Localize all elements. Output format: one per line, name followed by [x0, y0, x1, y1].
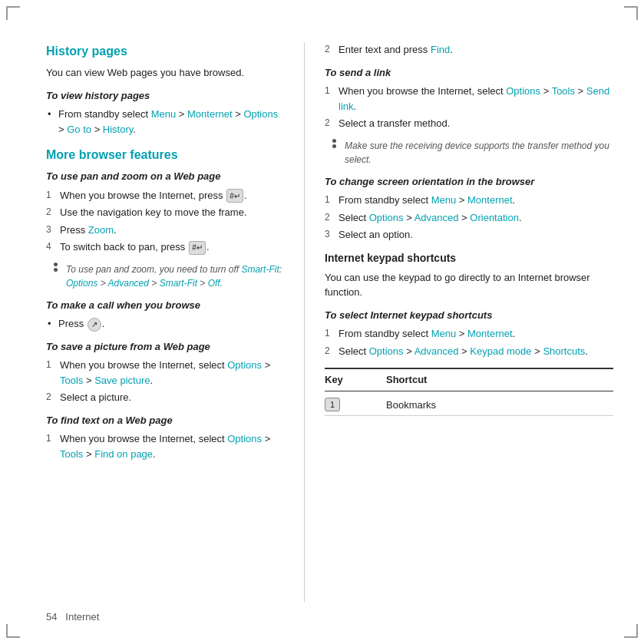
- history-pages-intro: You can view Web pages you have browsed.: [46, 65, 284, 81]
- options-r2: Options: [369, 212, 404, 223]
- list-item-text: Select a transfer method.: [339, 116, 450, 131]
- hash-key-icon: #↵: [226, 189, 243, 203]
- list-item-text: Select an option.: [339, 227, 413, 243]
- page-content: History pages You can view Web pages you…: [46, 42, 613, 602]
- left-column: History pages You can view Web pages you…: [46, 42, 284, 602]
- corner-tl: [6, 6, 20, 20]
- save-picture-link: Save picture: [94, 375, 150, 386]
- menu-r1: Menu: [431, 194, 457, 206]
- note-dot2: [54, 268, 58, 272]
- tools-link2: Tools: [60, 448, 83, 460]
- table-row: 1 Bookmarks: [325, 395, 613, 417]
- list-item: 1 When you browse the Internet, press #↵…: [46, 188, 284, 203]
- find-on-page-link: Find on page: [94, 448, 153, 460]
- right-column: 2 Enter text and press Find. To send a l…: [325, 42, 613, 602]
- list-item: 1 When you browse the Internet, select O…: [46, 358, 284, 388]
- num: 2: [325, 344, 334, 359]
- history-link: History: [103, 124, 133, 135]
- list-item-text: When you browse the Internet, select Opt…: [339, 84, 613, 114]
- num: 1: [325, 326, 334, 342]
- table-col-shortcut-header: Shortcut: [386, 372, 613, 388]
- list-item-text: Select Options > Advanced > Keypad mode …: [339, 344, 588, 359]
- table-header-row: Key Shortcut: [325, 368, 613, 391]
- advanced-r1: Advanced: [414, 212, 459, 223]
- find-text-list: 1 When you browse the Internet, select O…: [46, 431, 284, 461]
- find-text-heading: To find text on a Web page: [46, 413, 284, 428]
- note-dot: [54, 263, 58, 266]
- table-shortcut-cell: Bookmarks: [386, 398, 613, 413]
- send-link-list: 1 When you browse the Internet, select O…: [325, 84, 613, 131]
- list-item: 3 Press Zoom.: [46, 223, 284, 238]
- shortcuts-link: Shortcuts: [543, 345, 585, 357]
- options-link2: Options: [66, 278, 97, 289]
- num: 1: [46, 188, 55, 203]
- list-item: 1 When you browse the Internet, select O…: [46, 431, 284, 461]
- list-item-text: Select Options > Advanced > Orientation.: [339, 210, 522, 226]
- make-call-heading: To make a call when you browse: [46, 298, 284, 313]
- keypad-shortcuts-intro: You can use the keypad to go directly to…: [325, 270, 613, 300]
- list-item: Press ↗.: [46, 316, 284, 332]
- list-item: 4 To switch back to pan, press #↵.: [46, 239, 284, 255]
- more-browser-features-section: More browser features To use pan and zoo…: [46, 146, 284, 461]
- list-item-text: Enter text and press Find.: [339, 42, 453, 58]
- send-link-note: Make sure the receiving device supports …: [325, 139, 613, 167]
- smartfit-link2: Smart-Fit: [160, 278, 197, 289]
- num: 3: [46, 223, 55, 238]
- options-link: Options: [243, 108, 278, 120]
- keypad-shortcuts-title: Internet keypad shortcuts: [325, 250, 613, 266]
- menu-r2: Menu: [431, 328, 457, 339]
- advanced-link1: Advanced: [108, 278, 149, 289]
- options-link4: Options: [227, 433, 262, 444]
- list-item-text: When you browse the Internet, press #↵.: [60, 188, 247, 203]
- orientation-link: Orientation: [470, 212, 519, 223]
- orientation-list: 1 From standby select Menu > Monternet. …: [325, 193, 613, 243]
- hash-key-icon2: #↵: [189, 241, 206, 255]
- num: 1: [46, 358, 55, 388]
- history-pages-section: History pages You can view Web pages you…: [46, 42, 284, 137]
- list-item: From standby select Menu > Monternet > O…: [46, 107, 284, 137]
- footer-section: Internet: [65, 611, 99, 623]
- view-history-heading: To view history pages: [46, 88, 284, 104]
- options-link3: Options: [227, 359, 262, 371]
- list-item: 2 Select a transfer method.: [325, 116, 613, 131]
- list-item-text: Select a picture.: [60, 390, 131, 405]
- note-icon: [49, 263, 61, 290]
- num: 1: [325, 84, 334, 114]
- find-text-continued: 2 Enter text and press Find.: [325, 42, 613, 58]
- phone-icon: ↗: [88, 318, 101, 332]
- corner-tr: [624, 6, 638, 20]
- smartfit-link: Smart-Fit: [241, 264, 279, 275]
- corner-bl: [6, 624, 20, 638]
- num: 2: [46, 205, 55, 220]
- pan-zoom-note: To use pan and zoom, you need to turn of…: [46, 263, 284, 290]
- list-item-text: To switch back to pan, press #↵.: [60, 239, 210, 255]
- tools-r1: Tools: [552, 85, 575, 97]
- num: 1: [325, 193, 334, 208]
- select-shortcuts-list: 1 From standby select Menu > Monternet. …: [325, 326, 613, 358]
- send-link-heading: To send a link: [325, 65, 613, 81]
- table-col-key-header: Key: [325, 372, 386, 388]
- corner-br: [624, 624, 638, 638]
- column-divider: [304, 42, 305, 602]
- list-item-text: When you browse the Internet, select Opt…: [60, 431, 284, 461]
- select-shortcuts-heading: To select Internet keypad shortcuts: [325, 308, 613, 323]
- monternet-r1: Monternet: [467, 194, 513, 206]
- list-item: 3 Select an option.: [325, 227, 613, 243]
- list-item-text: From standby select Menu > Monternet.: [339, 326, 515, 342]
- list-item: 2 Select Options > Advanced > Keypad mod…: [325, 344, 613, 359]
- save-picture-heading: To save a picture from a Web page: [46, 339, 284, 355]
- keypad-shortcuts-section: Internet keypad shortcuts You can use th…: [325, 250, 613, 359]
- advanced-r2: Advanced: [414, 345, 459, 357]
- num: 2: [325, 116, 334, 131]
- make-call-list: Press ↗.: [46, 316, 284, 332]
- page-number: 54: [46, 611, 57, 623]
- options-r1: Options: [506, 85, 540, 97]
- history-pages-title: History pages: [46, 42, 284, 61]
- tools-link: Tools: [60, 375, 83, 386]
- list-item: 2 Enter text and press Find.: [325, 42, 613, 58]
- note-text: To use pan and zoom, you need to turn of…: [66, 263, 284, 290]
- note-dot3: [332, 139, 336, 143]
- monternet-link: Monternet: [187, 108, 233, 120]
- note-dot4: [332, 144, 336, 148]
- num: 2: [46, 390, 55, 405]
